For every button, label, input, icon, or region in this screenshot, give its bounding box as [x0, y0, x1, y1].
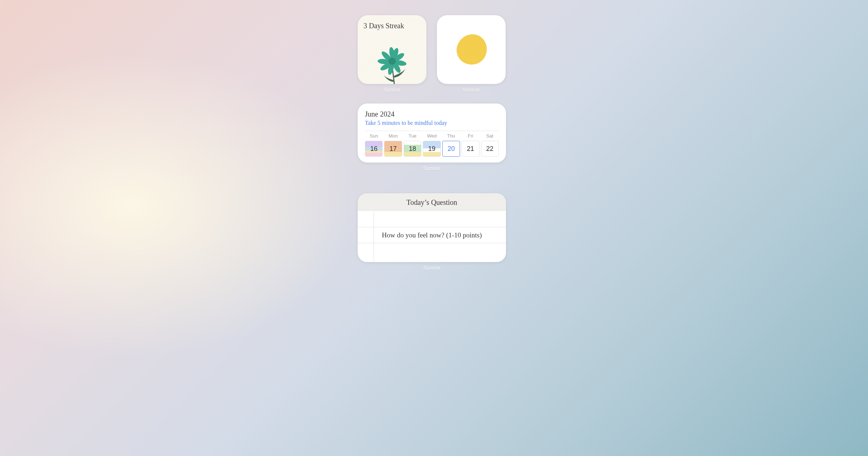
day-of-week-label: Sun [365, 133, 383, 139]
flower-icon [372, 43, 412, 84]
calendar-event-stripe [384, 152, 401, 157]
calendar-card: June 2024 Take 5 minutes to be mindful t… [358, 104, 506, 162]
widget-label: Sunrise [383, 87, 400, 93]
calendar-day-cell[interactable]: 18 [404, 141, 421, 157]
calendar-day-column: Sun16 [365, 133, 383, 157]
divider [365, 131, 499, 131]
widget-label: Sunrise [463, 87, 480, 93]
svg-point-9 [388, 58, 396, 65]
calendar-day-cell-today[interactable]: 20 [442, 141, 460, 157]
calendar-event-stripe [365, 153, 382, 157]
calendar-month: June 2024 [365, 110, 499, 118]
question-card: Today’s Question How do you feel now? (1… [358, 193, 506, 262]
calendar-event-stripe [423, 152, 440, 157]
calendar-day-number: 19 [428, 145, 435, 153]
calendar-day-number: 20 [447, 145, 455, 153]
streak-widget[interactable]: 3 Days Streak [358, 15, 426, 93]
calendar-day-column: Tue18 [404, 133, 421, 157]
paper-rule [358, 243, 506, 243]
day-of-week-label: Fri [461, 133, 479, 139]
calendar-day-column: Wed19 [423, 133, 441, 157]
day-of-week-label: Thu [442, 133, 460, 139]
calendar-day-column: Thu20 [442, 133, 460, 157]
calendar-day-number: 21 [467, 145, 474, 153]
calendar-day-column: Fri21 [461, 133, 479, 157]
calendar-day-cell[interactable]: 19 [423, 141, 441, 157]
calendar-day-number: 16 [370, 145, 378, 153]
day-of-week-label: Mon [384, 133, 402, 139]
day-of-week-label: Tue [404, 133, 421, 139]
streak-title: 3 Days Streak [363, 22, 421, 30]
calendar-day-cell[interactable]: 16 [365, 141, 383, 157]
calendar-day-number: 22 [486, 145, 493, 153]
calendar-day-column: Sat22 [481, 133, 499, 157]
paper-rule [358, 227, 506, 227]
calendar-widget[interactable]: June 2024 Take 5 minutes to be mindful t… [358, 104, 506, 171]
calendar-day-cell[interactable]: 21 [461, 141, 479, 157]
calendar-day-cell[interactable]: 17 [384, 141, 402, 157]
widget-label: Sunrise [423, 265, 440, 271]
calendar-subtitle: Take 5 minutes to be mindful today [365, 120, 499, 126]
sun-card [437, 15, 506, 84]
calendar-week-row: Sun16Mon17Tue18Wed19Thu20Fri21Sat22 [365, 133, 499, 157]
question-header: Today’s Question [358, 193, 506, 211]
question-widget[interactable]: Today’s Question How do you feel now? (1… [358, 193, 506, 271]
calendar-event-stripe [404, 152, 421, 157]
calendar-day-column: Mon17 [384, 133, 402, 157]
streak-card: 3 Days Streak [358, 15, 426, 84]
calendar-day-cell[interactable]: 22 [481, 141, 499, 157]
question-body: How do you feel now? (1-10 points) [358, 211, 506, 262]
day-of-week-label: Sat [481, 133, 499, 139]
widget-label: Sunrise [423, 165, 440, 171]
day-of-week-label: Wed [423, 133, 441, 139]
calendar-day-number: 18 [409, 145, 416, 153]
sun-widget[interactable]: Sunrise [437, 15, 506, 93]
question-text: How do you feel now? (1-10 points) [358, 231, 506, 239]
sun-icon [453, 31, 489, 68]
calendar-day-number: 17 [390, 145, 397, 153]
